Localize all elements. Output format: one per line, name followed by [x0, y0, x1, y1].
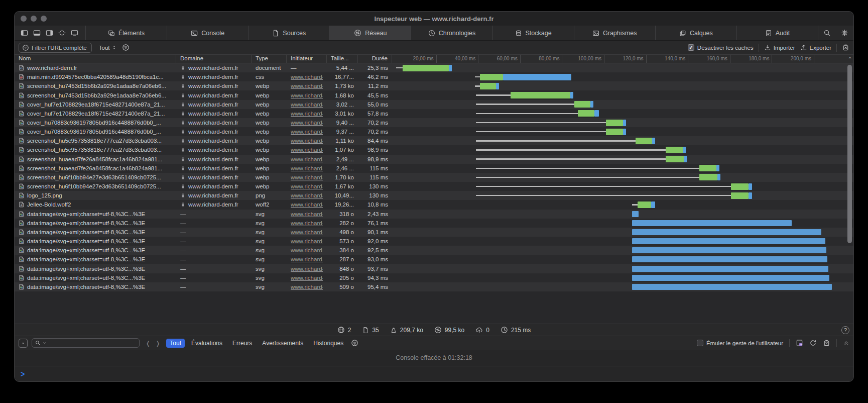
console-search-field[interactable]	[32, 338, 140, 348]
initiator-link[interactable]: www.richard-d...	[291, 120, 323, 126]
emulate-user-gesture-checkbox[interactable]: Émuler le geste de l'utilisateur	[697, 340, 783, 346]
help-button[interactable]: ?	[841, 326, 849, 334]
initiator-link[interactable]: www.richard-d...	[291, 192, 323, 198]
tab-stockage[interactable]: Stockage	[493, 26, 574, 40]
initiator-link[interactable]: www.richard-d...	[291, 138, 323, 144]
initiator-link[interactable]: www.richard-d...	[291, 183, 323, 189]
reload-icon[interactable]	[809, 339, 817, 347]
console-scope-avertissements[interactable]: Avertissements	[259, 339, 307, 348]
collapse-console-icon[interactable]	[843, 340, 849, 346]
column-header-duration[interactable]: Durée	[358, 55, 392, 63]
table-row[interactable]: cover_hu70883c936197805bd916c4488876d0b0…	[15, 127, 853, 136]
initiator-link[interactable]: www.richard-d...	[291, 211, 323, 217]
export-button[interactable]: Exporter	[800, 44, 831, 51]
next-result-button[interactable]: ❭	[156, 340, 161, 347]
table-row[interactable]: cover_huf7e1708829ea18f6715e48271400e87a…	[15, 109, 853, 118]
vertical-scrollbar[interactable]	[847, 65, 852, 243]
table-row[interactable]: screenshot_hu5c957353818e777ca27d3c3cba0…	[15, 145, 853, 154]
table-row[interactable]: data:image/svg+xml;charset=utf-8,%3C...%…	[15, 282, 853, 291]
image-file-icon	[19, 238, 25, 245]
table-row[interactable]: data:image/svg+xml;charset=utf-8,%3C...%…	[15, 273, 853, 282]
initiator-link[interactable]: www.richard-d...	[291, 102, 323, 108]
initiator-link[interactable]: www.richard-d...	[291, 92, 323, 98]
initiator-link[interactable]: www.richard-d...	[291, 129, 323, 135]
table-row[interactable]: AJellee-Bold.woff2www.richard-dern.frwof…	[15, 200, 853, 209]
console-scope-evaluations[interactable]: Évaluations	[188, 339, 226, 348]
column-header-initiator[interactable]: Initiateur	[287, 55, 327, 63]
initiator-link[interactable]: www.richard-d...	[291, 229, 323, 235]
table-row[interactable]: main.min.d9924575ec0bba420589a48d5190fbc…	[15, 72, 853, 81]
tab-console[interactable]: Console	[167, 26, 249, 40]
table-row[interactable]: screenshot_hu7453d15b6b2a929e1adaa8e7a06…	[15, 81, 853, 90]
table-row[interactable]: cover_hu70883c936197805bd916c4488876d0b0…	[15, 118, 853, 127]
element-picker-icon[interactable]	[58, 29, 66, 37]
initiator-link[interactable]: www.richard-d...	[291, 156, 323, 162]
table-row[interactable]: screenshot_hu6f10bb94e27e3d63b651409cb07…	[15, 173, 853, 182]
waterfall-cell	[392, 72, 845, 81]
table-row[interactable]: data:image/svg+xml;charset=utf-8,%3C...%…	[15, 255, 853, 264]
dock-bottom-icon[interactable]	[33, 29, 41, 37]
waterfall-cell	[392, 164, 845, 173]
tab-graphismes[interactable]: Graphismes	[574, 26, 656, 40]
tab-audit[interactable]: Audit	[737, 26, 818, 40]
initiator-link[interactable]: www.richard-d...	[291, 201, 323, 208]
console-scope-historiques[interactable]: Historiques	[310, 339, 347, 348]
column-header-domain[interactable]: Domaine	[176, 55, 252, 63]
dock-left-icon[interactable]	[21, 29, 28, 37]
show-javascript-icon[interactable]: JS	[796, 339, 803, 347]
clear-console-icon[interactable]	[823, 339, 830, 347]
console-prompt-row[interactable]: >	[15, 366, 853, 381]
settings-button[interactable]	[836, 26, 853, 40]
tab-reseau[interactable]: Réseau	[330, 26, 411, 40]
initiator-link[interactable]: www.richard-d...	[291, 111, 323, 117]
search-button[interactable]	[818, 26, 836, 40]
table-row[interactable]: screenshot_huaead7fe26a8458fcac1a46b824a…	[15, 155, 853, 164]
console-scope-tout[interactable]: Tout	[166, 339, 185, 348]
initiator-link[interactable]: www.richard-d...	[291, 174, 323, 180]
previous-result-button[interactable]: ❬	[146, 340, 151, 347]
tab-sources[interactable]: Sources	[249, 26, 330, 40]
tab-chronologies[interactable]: Chronologies	[411, 26, 492, 40]
scroll-up-chevron-icon[interactable]: ⌃	[847, 56, 852, 63]
column-header-type[interactable]: Type	[252, 55, 287, 63]
url-filter-field[interactable]: Filtrer l'URL complète	[19, 43, 92, 53]
console-scope-erreurs[interactable]: Erreurs	[229, 339, 256, 348]
table-row[interactable]: data:image/svg+xml;charset=utf-8,%3C...%…	[15, 228, 853, 237]
tab-calques[interactable]: Calques	[656, 26, 737, 40]
table-row[interactable]: screenshot_huaead7fe26a8458fcac1a46b824a…	[15, 164, 853, 173]
clear-network-items-icon[interactable]	[842, 44, 849, 51]
table-row[interactable]: screenshot_hu6f10bb94e27e3d63b651409cb07…	[15, 182, 853, 191]
initiator-link[interactable]: www.richard-d...	[291, 165, 323, 171]
initiator-link[interactable]: www.richard-d...	[291, 275, 323, 281]
dock-right-icon[interactable]	[46, 29, 53, 37]
table-row[interactable]: data:image/svg+xml;charset=utf-8,%3C...%…	[15, 237, 853, 246]
initiator-link[interactable]: www.richard-d...	[291, 74, 323, 80]
table-row[interactable]: data:image/svg+xml;charset=utf-8,%3C...%…	[15, 264, 853, 273]
initiator-link[interactable]: www.richard-d...	[291, 256, 323, 262]
initiator-link[interactable]: www.richard-d...	[291, 247, 323, 253]
column-header-name[interactable]: Nom	[15, 55, 176, 63]
table-row[interactable]: cover_huf7e1708829ea18f6715e48271400e87a…	[15, 100, 853, 109]
initiator-link[interactable]: www.richard-d...	[291, 266, 323, 272]
table-row[interactable]: screenshot_hu7453d15b6b2a929e1adaa8e7a06…	[15, 90, 853, 99]
initiator-link[interactable]: www.richard-d...	[291, 147, 323, 153]
console-picker-button[interactable]	[19, 339, 28, 348]
table-row[interactable]: logo_125.pngwww.richard-dern.frpngwww.ri…	[15, 191, 853, 200]
disable-caches-checkbox[interactable]: ✓ Désactiver les caches	[688, 44, 754, 51]
table-row[interactable]: www.richard-dern.frwww.richard-dern.frdo…	[15, 63, 853, 72]
initiator-link[interactable]: www.richard-d...	[291, 238, 323, 244]
initiator-link[interactable]: www.richard-d...	[291, 220, 323, 226]
type-filter-dropdown[interactable]: Tout	[97, 44, 117, 51]
table-row[interactable]: data:image/svg+xml;charset=utf-8,%3C...%…	[15, 246, 853, 255]
device-settings-icon[interactable]	[71, 29, 78, 37]
import-button[interactable]: Importer	[764, 44, 795, 51]
filter-options-icon[interactable]	[122, 44, 130, 51]
tab-elements[interactable]: Éléments	[86, 26, 167, 40]
initiator-link[interactable]: www.richard-d...	[291, 83, 323, 89]
console-filter-icon[interactable]	[351, 339, 358, 347]
column-header-size[interactable]: Taille...	[327, 55, 358, 63]
table-row[interactable]: data:image/svg+xml;charset=utf-8,%3C...%…	[15, 210, 853, 219]
table-row[interactable]: screenshot_hu5c957353818e777ca27d3c3cba0…	[15, 136, 853, 145]
initiator-link[interactable]: www.richard-d...	[291, 284, 323, 290]
table-row[interactable]: data:image/svg+xml;charset=utf-8,%3C...%…	[15, 219, 853, 228]
